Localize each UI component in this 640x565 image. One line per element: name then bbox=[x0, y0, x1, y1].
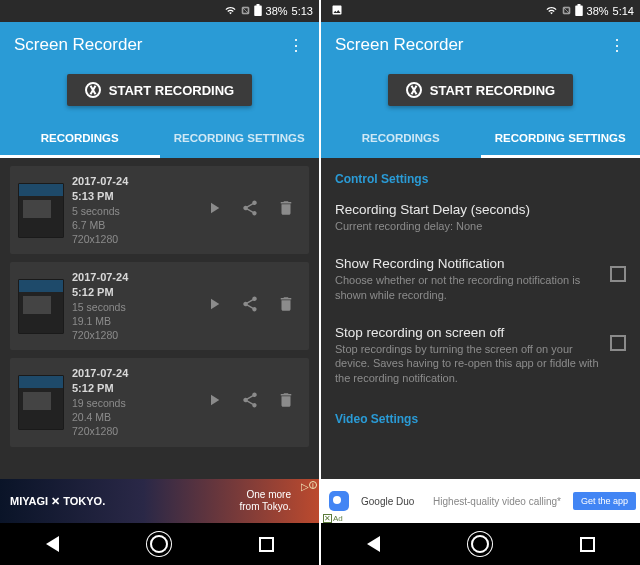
recording-resolution: 720x1280 bbox=[72, 424, 128, 438]
tab-bar: RECORDINGS RECORDING SETTINGS bbox=[321, 120, 640, 158]
recording-item[interactable]: 2017-07-24 5:12 PM 19 seconds 20.4 MB 72… bbox=[10, 358, 309, 446]
ad-badge[interactable]: ✕Ad bbox=[323, 514, 343, 523]
home-button[interactable] bbox=[150, 535, 168, 553]
home-button[interactable] bbox=[471, 535, 489, 553]
wifi-icon bbox=[224, 5, 237, 18]
recording-item[interactable]: 2017-07-24 5:13 PM 5 seconds 6.7 MB 720x… bbox=[10, 166, 309, 254]
delete-icon[interactable] bbox=[277, 391, 295, 414]
ad-close-icon[interactable]: ▷ bbox=[301, 481, 309, 492]
recording-thumbnail bbox=[18, 183, 64, 238]
setting-desc: Current recording delay: None bbox=[335, 219, 616, 234]
back-button[interactable] bbox=[46, 536, 59, 552]
start-recording-area: START RECORDING bbox=[321, 68, 640, 120]
wifi-icon bbox=[545, 5, 558, 18]
aperture-icon bbox=[85, 82, 101, 98]
ad-info-icon[interactable]: i bbox=[309, 481, 317, 489]
share-icon[interactable] bbox=[241, 199, 259, 222]
start-recording-label: START RECORDING bbox=[109, 83, 234, 98]
phone-left: 38% 5:13 Screen Recorder ⋮ START RECORDI… bbox=[0, 0, 319, 565]
overflow-menu-icon[interactable]: ⋮ bbox=[609, 36, 626, 55]
play-icon[interactable] bbox=[205, 295, 223, 318]
recording-duration: 15 seconds bbox=[72, 300, 128, 314]
ad-text: Highest-quality video calling* bbox=[433, 496, 561, 507]
status-time: 5:13 bbox=[292, 5, 313, 17]
aperture-icon bbox=[406, 82, 422, 98]
recording-thumbnail bbox=[18, 375, 64, 430]
navigation-bar bbox=[321, 523, 640, 565]
start-recording-label: START RECORDING bbox=[430, 83, 555, 98]
recordings-list: 2017-07-24 5:13 PM 5 seconds 6.7 MB 720x… bbox=[0, 158, 319, 459]
recording-size: 6.7 MB bbox=[72, 218, 128, 232]
recording-meta: 2017-07-24 5:13 PM 5 seconds 6.7 MB 720x… bbox=[72, 174, 128, 246]
recording-actions bbox=[205, 295, 301, 318]
ad-tagline: One more from Tokyo. bbox=[240, 489, 310, 513]
no-sim-icon bbox=[562, 5, 571, 18]
recordings-content: 2017-07-24 5:13 PM 5 seconds 6.7 MB 720x… bbox=[0, 158, 319, 479]
delete-icon[interactable] bbox=[277, 295, 295, 318]
play-icon[interactable] bbox=[205, 391, 223, 414]
ad-app-name: Google Duo bbox=[361, 496, 414, 507]
ad-brand: MIYAGI ✕ TOKYO. bbox=[10, 495, 105, 508]
app-title: Screen Recorder bbox=[14, 35, 143, 55]
recording-date: 2017-07-24 bbox=[72, 174, 128, 189]
recents-button[interactable] bbox=[580, 537, 595, 552]
section-video-settings: Video Settings bbox=[321, 398, 640, 432]
ad-banner[interactable]: MIYAGI ✕ TOKYO. One more from Tokyo. ▷ i bbox=[0, 479, 319, 523]
start-recording-button[interactable]: START RECORDING bbox=[67, 74, 252, 106]
recording-meta: 2017-07-24 5:12 PM 19 seconds 20.4 MB 72… bbox=[72, 366, 128, 438]
ad-cta-button[interactable]: Get the app bbox=[573, 492, 636, 510]
recording-thumbnail bbox=[18, 279, 64, 334]
recording-date: 2017-07-24 bbox=[72, 270, 128, 285]
no-sim-icon bbox=[241, 5, 250, 18]
tab-recordings[interactable]: RECORDINGS bbox=[0, 120, 160, 158]
setting-title: Show Recording Notification bbox=[335, 256, 600, 271]
recording-time: 5:12 PM bbox=[72, 381, 128, 396]
recording-time: 5:13 PM bbox=[72, 189, 128, 204]
app-bar: Screen Recorder ⋮ bbox=[321, 22, 640, 68]
recents-button[interactable] bbox=[259, 537, 274, 552]
checkbox[interactable] bbox=[610, 335, 626, 351]
battery-percent: 38% bbox=[266, 5, 288, 17]
play-icon[interactable] bbox=[205, 199, 223, 222]
recording-duration: 19 seconds bbox=[72, 396, 128, 410]
tab-recordings[interactable]: RECORDINGS bbox=[321, 120, 481, 158]
setting-desc: Stop recordings by turning the screen of… bbox=[335, 342, 600, 387]
status-time: 5:14 bbox=[613, 5, 634, 17]
recording-actions bbox=[205, 391, 301, 414]
checkbox[interactable] bbox=[610, 266, 626, 282]
section-control-settings: Control Settings bbox=[321, 158, 640, 192]
share-icon[interactable] bbox=[241, 391, 259, 414]
recording-size: 19.1 MB bbox=[72, 314, 128, 328]
recording-meta: 2017-07-24 5:12 PM 15 seconds 19.1 MB 72… bbox=[72, 270, 128, 342]
start-recording-button[interactable]: START RECORDING bbox=[388, 74, 573, 106]
recording-actions bbox=[205, 199, 301, 222]
setting-start-delay[interactable]: Recording Start Delay (seconds) Current … bbox=[321, 192, 640, 246]
app-bar: Screen Recorder ⋮ bbox=[0, 22, 319, 68]
recording-date: 2017-07-24 bbox=[72, 366, 128, 381]
settings-content: Control Settings Recording Start Delay (… bbox=[321, 158, 640, 479]
share-icon[interactable] bbox=[241, 295, 259, 318]
tab-bar: RECORDINGS RECORDING SETTINGS bbox=[0, 120, 319, 158]
overflow-menu-icon[interactable]: ⋮ bbox=[288, 36, 305, 55]
setting-title: Recording Start Delay (seconds) bbox=[335, 202, 616, 217]
tab-settings[interactable]: RECORDING SETTINGS bbox=[481, 120, 641, 158]
setting-show-notification[interactable]: Show Recording Notification Choose wheth… bbox=[321, 246, 640, 315]
setting-title: Stop recording on screen off bbox=[335, 325, 600, 340]
recording-duration: 5 seconds bbox=[72, 204, 128, 218]
picture-icon bbox=[327, 4, 343, 18]
setting-desc: Choose whether or not the recording noti… bbox=[335, 273, 600, 303]
back-button[interactable] bbox=[367, 536, 380, 552]
duo-logo-icon bbox=[325, 487, 353, 515]
phone-right: 38% 5:14 Screen Recorder ⋮ START RECORDI… bbox=[321, 0, 640, 565]
tab-settings[interactable]: RECORDING SETTINGS bbox=[160, 120, 320, 158]
delete-icon[interactable] bbox=[277, 199, 295, 222]
ad-banner[interactable]: Google Duo Highest-quality video calling… bbox=[321, 479, 640, 523]
battery-icon bbox=[575, 4, 583, 18]
recording-size: 20.4 MB bbox=[72, 410, 128, 424]
start-recording-area: START RECORDING bbox=[0, 68, 319, 120]
recording-time: 5:12 PM bbox=[72, 285, 128, 300]
setting-stop-on-screen-off[interactable]: Stop recording on screen off Stop record… bbox=[321, 315, 640, 399]
status-bar: 38% 5:14 bbox=[321, 0, 640, 22]
status-bar: 38% 5:13 bbox=[0, 0, 319, 22]
recording-item[interactable]: 2017-07-24 5:12 PM 15 seconds 19.1 MB 72… bbox=[10, 262, 309, 350]
